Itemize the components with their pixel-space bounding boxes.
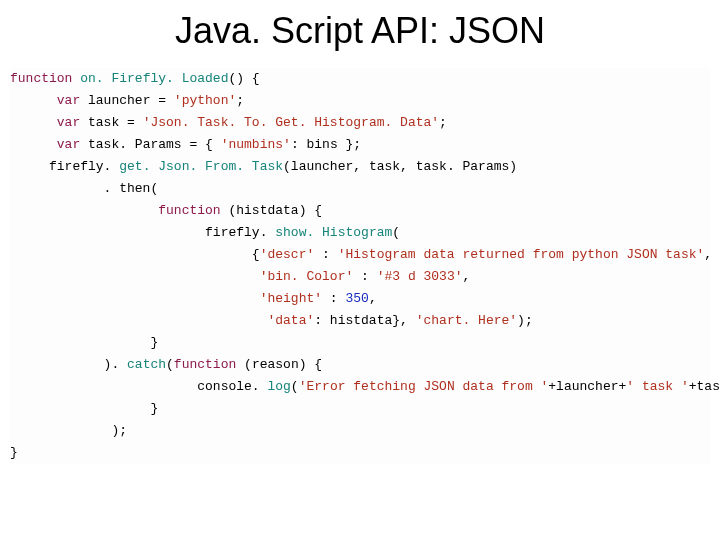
t: task. Params = {: [80, 137, 220, 152]
pad: [10, 313, 267, 328]
t: (: [166, 357, 174, 372]
t: task =: [80, 115, 142, 130]
str: ' task ': [626, 379, 688, 394]
t: : histdata},: [314, 313, 415, 328]
code-line: var task = 'Json. Task. To. Get. Histogr…: [10, 115, 447, 130]
str: 'bin. Color': [260, 269, 354, 284]
code-line: }: [10, 445, 18, 460]
kw-function: function: [158, 203, 220, 218]
t: }: [10, 445, 18, 460]
fn: log: [267, 379, 290, 394]
pad: {: [10, 247, 260, 262]
t: }: [10, 335, 158, 350]
pad: [10, 115, 57, 130]
code-line: 'height' : 350,: [10, 291, 377, 306]
t: ,: [369, 291, 377, 306]
str: 'descr': [260, 247, 315, 262]
pad: [10, 159, 49, 174]
pad: [10, 291, 260, 306]
t: firefly.: [49, 159, 119, 174]
pad: [10, 225, 205, 240]
code-line: }: [10, 335, 158, 350]
pad: [10, 93, 57, 108]
pad: console.: [10, 379, 267, 394]
code-line: );: [10, 423, 127, 438]
str: 'chart. Here': [416, 313, 517, 328]
t: ,: [704, 247, 712, 262]
str: 'numbins': [221, 137, 291, 152]
kw-var: var: [57, 115, 80, 130]
t: launcher =: [80, 93, 174, 108]
t: (launcher, task, task. Params): [283, 159, 517, 174]
num: 350: [345, 291, 368, 306]
t: . then(: [10, 181, 158, 196]
code-line: {'descr' : 'Histogram data returned from…: [10, 247, 712, 262]
t: }: [10, 401, 158, 416]
t: :: [353, 269, 376, 284]
t: :: [314, 247, 337, 262]
t: ,: [463, 269, 471, 284]
slide-title: Java. Script API: JSON: [0, 10, 720, 52]
fn: get. Json. From. Task: [119, 159, 283, 174]
str: 'Error fetching JSON data from ': [299, 379, 549, 394]
str: 'height': [260, 291, 322, 306]
t: () {: [228, 71, 259, 86]
t: (: [392, 225, 400, 240]
kw-function: function: [10, 71, 72, 86]
t: );: [517, 313, 533, 328]
fn-name: on. Firefly. Loaded: [80, 71, 228, 86]
t: (: [291, 379, 299, 394]
code-line: }: [10, 401, 158, 416]
kw-function: function: [174, 357, 236, 372]
code-line: function on. Firefly. Loaded() {: [10, 71, 260, 86]
pad: [10, 269, 260, 284]
kw-var: var: [57, 137, 80, 152]
str: 'Json. Task. To. Get. Histogram. Data': [143, 115, 439, 130]
t: );: [10, 423, 127, 438]
t: ;: [236, 93, 244, 108]
code-block: function on. Firefly. Loaded() { var lau…: [10, 68, 710, 464]
code-line: firefly. show. Histogram(: [10, 225, 400, 240]
code-line: function (histdata) {: [10, 203, 322, 218]
code-line: 'data': histdata}, 'chart. Here');: [10, 313, 533, 328]
t: (histdata) {: [221, 203, 322, 218]
str: 'Histogram data returned from python JSO…: [338, 247, 705, 262]
t: :: [322, 291, 345, 306]
str: 'python': [174, 93, 236, 108]
fn: show. Histogram: [275, 225, 392, 240]
code-line: . then(: [10, 181, 158, 196]
kw-var: var: [57, 93, 80, 108]
code-line: console. log('Error fetching JSON data f…: [10, 379, 720, 394]
t: (reason) {: [236, 357, 322, 372]
code-line: firefly. get. Json. From. Task(launcher,…: [10, 159, 517, 174]
t: firefly.: [205, 225, 275, 240]
t: +launcher+: [548, 379, 626, 394]
code-line: ). catch(function (reason) {: [10, 357, 322, 372]
str: '#3 d 3033': [377, 269, 463, 284]
str: 'data': [267, 313, 314, 328]
code-line: 'bin. Color' : '#3 d 3033',: [10, 269, 470, 284]
t: +task+: [689, 379, 720, 394]
t: ;: [439, 115, 447, 130]
code-line: var launcher = 'python';: [10, 93, 244, 108]
pad: ).: [10, 357, 127, 372]
pad: [10, 137, 57, 152]
pad: [10, 203, 158, 218]
code-line: var task. Params = { 'numbins': bins };: [10, 137, 361, 152]
fn: catch: [127, 357, 166, 372]
t: : bins };: [291, 137, 361, 152]
